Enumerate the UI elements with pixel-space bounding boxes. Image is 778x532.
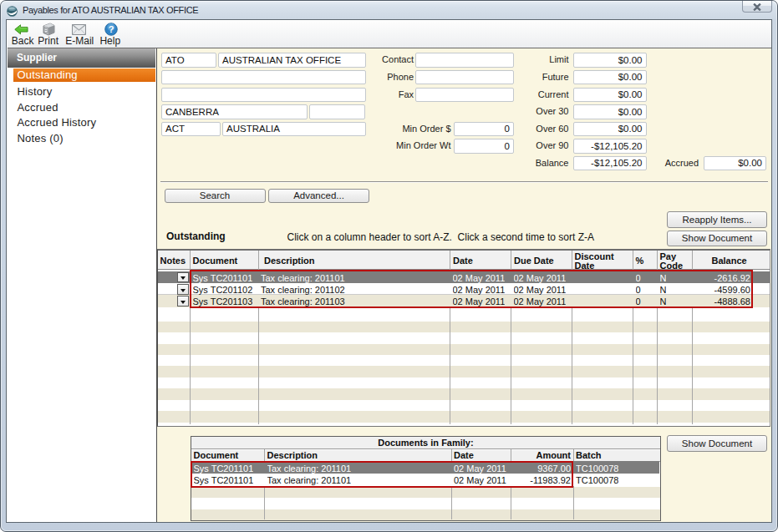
svg-text:?: ? — [108, 24, 114, 34]
